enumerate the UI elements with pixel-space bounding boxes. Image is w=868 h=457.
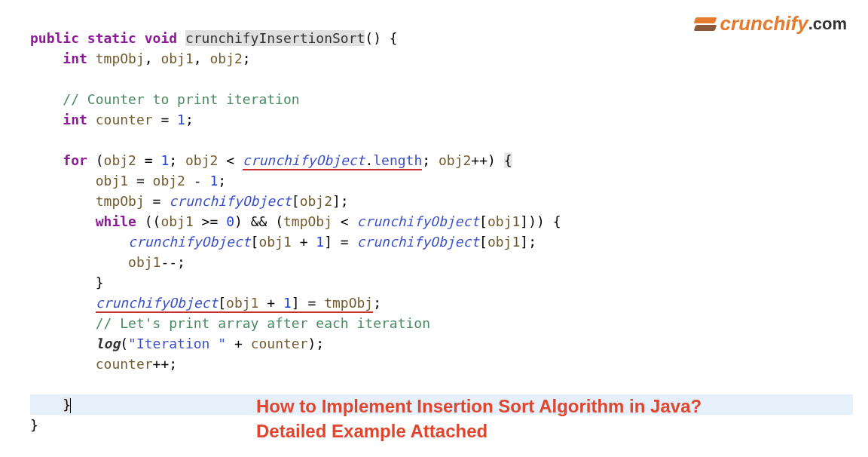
code-line: } [30,417,38,433]
headline-line2: Detailed Example Attached [256,419,701,443]
code-line: log("Iteration " + counter); [30,336,324,351]
code-line: // Counter to print iteration [30,91,300,107]
code-line: int counter = 1; [30,112,194,127]
code-line: } [30,275,104,290]
code-block: public static void crunchifyInsertionSor… [30,8,853,435]
code-line: while ((obj1 >= 0) && (tmpObj < crunchif… [30,213,561,229]
code-line: counter++; [30,356,177,372]
code-line: obj1--; [30,254,185,270]
code-line: int tmpObj, obj1, obj2; [30,51,251,66]
code-line: for (obj2 = 1; obj2 < crunchifyObject.le… [30,152,512,170]
code-line: crunchifyObject[obj1 + 1] = tmpObj; [30,295,381,313]
code-line: crunchifyObject[obj1 + 1] = crunchifyObj… [30,234,536,250]
headline-line1: How to Implement Insertion Sort Algorith… [256,394,701,419]
code-line: public static void crunchifyInsertionSor… [30,30,398,46]
headline: How to Implement Insertion Sort Algorith… [256,394,701,443]
code-line: // Let's print array after each iteratio… [30,315,430,331]
code-line: obj1 = obj2 - 1; [30,173,226,189]
code-line: tmpObj = crunchifyObject[obj2]; [30,193,349,209]
caret-icon [70,398,71,413]
